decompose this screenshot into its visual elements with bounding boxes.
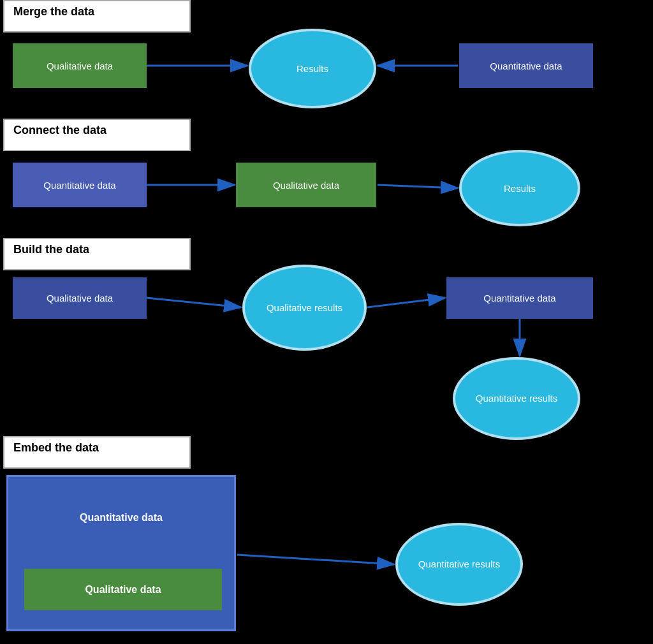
embed-quantitative-text: Quantitative data: [8, 512, 234, 523]
build-quantitative-box: Quantitative data: [446, 277, 593, 319]
merge-qualitative-box: Qualitative data: [13, 43, 147, 88]
embed-container: Quantitative data Qualitative data: [6, 475, 236, 631]
svg-line-7: [367, 298, 445, 307]
connect-qualitative-box: Qualitative data: [236, 163, 376, 207]
svg-line-6: [147, 298, 241, 307]
merge-label: Merge the data: [3, 0, 191, 33]
build-quantitative-results-ellipse: Quantitative results: [453, 357, 580, 440]
build-qualitative-results-ellipse: Qualitative results: [242, 265, 367, 351]
svg-line-9: [237, 555, 394, 564]
embed-quantitative-results-ellipse: Quantitative results: [395, 523, 523, 606]
merge-results-ellipse: Results: [249, 29, 376, 108]
embed-qualitative-box: Qualitative data: [24, 569, 222, 610]
svg-line-5: [378, 185, 458, 188]
build-qualitative-box: Qualitative data: [13, 277, 147, 319]
connect-results-ellipse: Results: [459, 150, 580, 226]
build-label: Build the data: [3, 238, 191, 270]
merge-quantitative-box: Quantitative data: [459, 43, 593, 88]
connect-quantitative-box: Quantitative data: [13, 163, 147, 207]
embed-label: Embed the data: [3, 436, 191, 469]
connect-label: Connect the data: [3, 119, 191, 151]
